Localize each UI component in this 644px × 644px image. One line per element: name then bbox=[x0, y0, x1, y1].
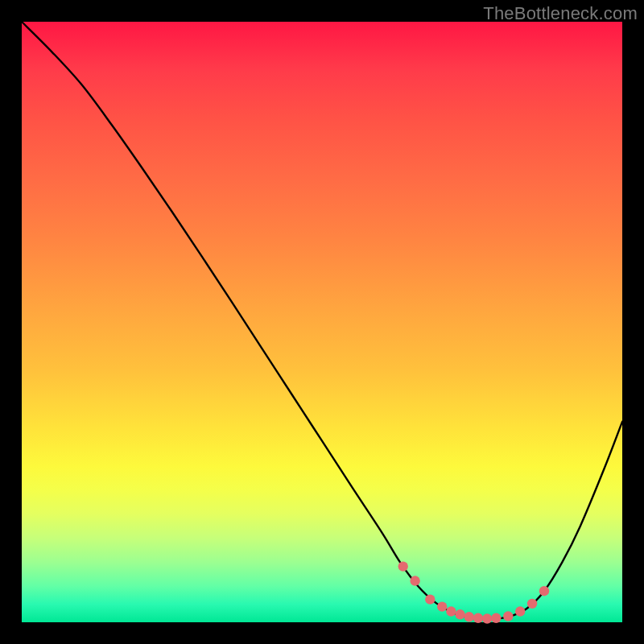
marker-dot bbox=[464, 612, 474, 621]
marker-dot bbox=[425, 594, 435, 604]
marker-dot bbox=[398, 561, 408, 571]
marker-dot bbox=[410, 576, 419, 585]
marker-dot bbox=[491, 613, 501, 623]
watermark-text: TheBottleneck.com bbox=[483, 3, 638, 24]
marker-dot bbox=[515, 606, 525, 616]
marker-dot bbox=[539, 586, 549, 596]
chart-svg bbox=[22, 22, 622, 622]
marker-dot bbox=[527, 599, 537, 609]
marker-dot bbox=[455, 609, 464, 619]
marker-dot bbox=[437, 601, 447, 611]
marker-dot bbox=[482, 613, 492, 623]
optimal-range-markers bbox=[398, 561, 550, 623]
marker-dot bbox=[473, 613, 483, 623]
chart-container: TheBottleneck.com bbox=[0, 0, 644, 644]
bottleneck-curve bbox=[22, 22, 622, 619]
plot-area bbox=[22, 22, 622, 622]
marker-dot bbox=[446, 606, 456, 616]
marker-dot bbox=[503, 611, 513, 621]
